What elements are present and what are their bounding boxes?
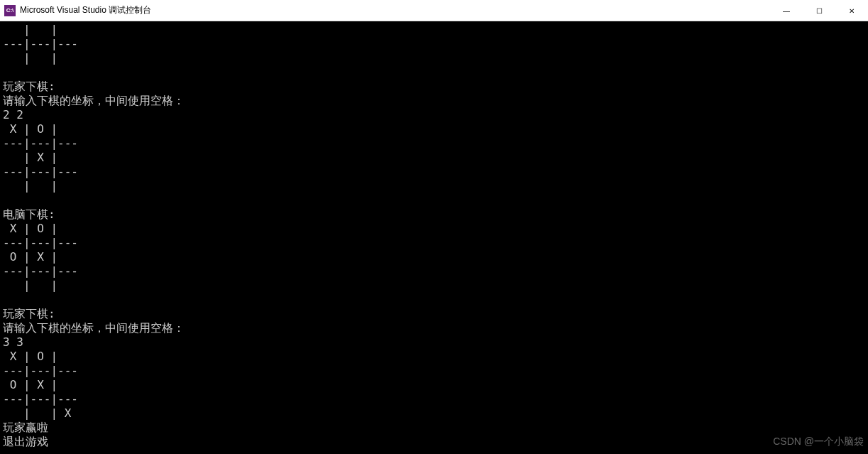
- window-title: Microsoft Visual Studio 调试控制台: [20, 4, 151, 16]
- close-button[interactable]: ✕: [835, 0, 868, 21]
- window-controls: — ☐ ✕: [770, 0, 868, 21]
- title-bar: C:\ Microsoft Visual Studio 调试控制台 — ☐ ✕: [0, 0, 868, 21]
- maximize-button[interactable]: ☐: [803, 0, 835, 21]
- app-icon: C:\: [4, 5, 16, 16]
- minimize-button[interactable]: —: [770, 0, 803, 21]
- console-output[interactable]: | | ---|---|--- | | 玩家下棋: 请输入下棋的坐标，中间使用空…: [0, 21, 868, 454]
- console-text: | | ---|---|--- | | 玩家下棋: 请输入下棋的坐标，中间使用空…: [3, 23, 684, 454]
- watermark-text: CSDN @一个小脑袋: [773, 434, 864, 448]
